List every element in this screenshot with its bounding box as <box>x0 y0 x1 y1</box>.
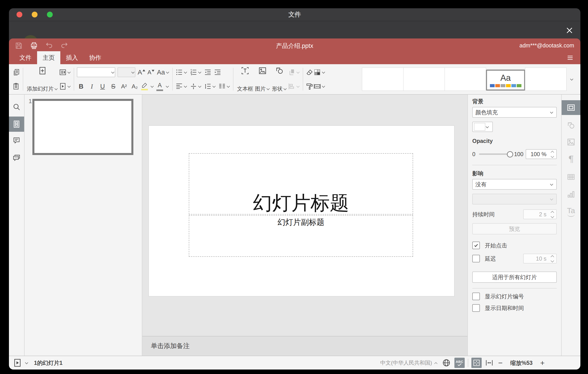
decrease-font-button[interactable]: A <box>147 69 154 76</box>
columns-button[interactable] <box>218 83 230 90</box>
insert-image-button[interactable]: 图片 <box>254 64 271 94</box>
theme-thumbnail[interactable] <box>525 67 567 91</box>
chevron-down-icon[interactable] <box>266 87 270 91</box>
chevron-down-icon[interactable] <box>322 70 326 74</box>
bullets-button[interactable] <box>175 68 188 76</box>
underline-button[interactable]: U <box>98 83 107 90</box>
numbering-button[interactable] <box>190 68 202 76</box>
search-button[interactable] <box>9 101 24 112</box>
theme-thumbnail-selected[interactable]: Aa <box>486 70 525 91</box>
tab-insert[interactable]: 插入 <box>60 51 84 64</box>
language-selector[interactable]: 中文(中华人民共和国) <box>380 359 438 366</box>
opacity-slider-handle[interactable] <box>507 151 513 157</box>
fill-color-swatch-button[interactable] <box>472 122 493 132</box>
copy-icon[interactable] <box>12 68 20 76</box>
clear-style-icon[interactable] <box>306 68 314 76</box>
title-placeholder[interactable]: 幻灯片标题 <box>189 153 413 215</box>
chevron-down-icon[interactable] <box>67 70 71 74</box>
theme-thumbnail[interactable] <box>362 67 403 91</box>
theme-thumbnail[interactable] <box>445 67 486 91</box>
tab-collaboration[interactable]: 协作 <box>84 51 107 64</box>
increase-indent-icon[interactable] <box>214 68 221 76</box>
chevron-down-icon[interactable] <box>198 84 202 88</box>
notes-area[interactable]: 单击添加备注 <box>142 336 467 356</box>
copy-style-icon[interactable] <box>306 83 314 90</box>
delay-checkbox[interactable] <box>472 255 480 262</box>
chevron-down-icon[interactable] <box>166 70 169 74</box>
chevron-down-icon[interactable] <box>183 84 188 88</box>
chevron-down-icon[interactable] <box>150 84 154 88</box>
tab-home[interactable]: 主页 <box>37 51 60 64</box>
subtitle-placeholder[interactable]: 幻灯片副标题 <box>189 215 413 257</box>
slide-size-button[interactable] <box>314 83 326 90</box>
change-case-button[interactable]: Aa <box>157 69 169 76</box>
start-slideshow-button[interactable] <box>59 83 71 90</box>
spin-up-icon[interactable] <box>551 151 554 154</box>
chevron-down-icon[interactable] <box>25 361 29 365</box>
document-language-icon[interactable] <box>442 358 451 367</box>
opacity-spinner[interactable]: 100 % <box>526 149 557 159</box>
image-settings-tab[interactable] <box>562 135 580 149</box>
menu-icon[interactable] <box>566 54 574 61</box>
chevron-down-icon[interactable] <box>296 70 300 74</box>
chart-settings-tab[interactable] <box>562 188 580 201</box>
text-box-button[interactable]: 文本框 <box>236 64 254 94</box>
shape-settings-tab[interactable] <box>562 119 580 132</box>
slide-settings-tab[interactable] <box>562 100 580 115</box>
zoom-level[interactable]: 缩放%53 <box>510 359 533 367</box>
apply-to-all-slides-button[interactable]: 适用于所有幻灯片 <box>472 272 557 283</box>
italic-button[interactable]: I <box>88 83 96 90</box>
slide-canvas[interactable]: 幻灯片标题 幻灯片副标题 <box>149 126 454 296</box>
bold-button[interactable]: B <box>77 83 85 90</box>
tab-file[interactable]: 文件 <box>14 51 37 64</box>
chevron-down-icon[interactable] <box>111 70 115 74</box>
font-name-combo[interactable] <box>77 67 115 77</box>
chevron-down-icon[interactable] <box>165 84 169 88</box>
add-slide-button[interactable]: 添加幻灯片 <box>26 64 59 94</box>
opacity-slider[interactable] <box>479 154 511 155</box>
decrease-indent-icon[interactable] <box>204 68 211 76</box>
chevron-down-icon[interactable] <box>283 87 287 91</box>
highlight-color-button[interactable] <box>141 82 148 90</box>
chevron-down-icon[interactable] <box>67 84 71 88</box>
paragraph-settings-tab[interactable]: ¶ <box>562 152 580 166</box>
strikethrough-button[interactable]: S <box>109 83 117 90</box>
comments-button[interactable] <box>9 135 24 146</box>
align-shapes-button[interactable] <box>288 83 300 90</box>
background-fill-select[interactable]: 颜色填充 <box>472 107 557 118</box>
slides-panel-button[interactable] <box>9 117 24 132</box>
vertical-align-button[interactable] <box>190 83 202 90</box>
show-date-time-checkbox[interactable] <box>472 304 480 312</box>
chevron-down-icon[interactable] <box>131 70 135 74</box>
start-slideshow-status-icon[interactable] <box>13 358 22 367</box>
spellcheck-button[interactable]: ABC <box>454 358 465 368</box>
chevron-down-icon[interactable] <box>198 70 202 74</box>
slide-layout-button[interactable] <box>59 68 71 76</box>
color-scheme-button[interactable] <box>314 68 326 76</box>
font-color-button[interactable]: A <box>156 82 163 91</box>
text-art-settings-tab[interactable]: Ta <box>562 205 580 218</box>
line-spacing-button[interactable] <box>204 83 216 90</box>
chevron-down-icon[interactable] <box>183 70 188 74</box>
table-settings-tab[interactable] <box>562 170 580 184</box>
show-slide-number-checkbox[interactable] <box>472 293 480 300</box>
start-on-click-checkbox[interactable] <box>472 242 480 249</box>
subscript-button[interactable]: A₂ <box>130 83 139 90</box>
horizontal-align-button[interactable] <box>175 83 188 90</box>
chevron-down-icon[interactable] <box>54 87 58 91</box>
close-traffic-icon[interactable] <box>17 12 22 17</box>
insert-shape-button[interactable]: 形状 <box>271 64 288 94</box>
theme-gallery-expand[interactable] <box>567 68 577 91</box>
arrange-button[interactable] <box>288 68 300 76</box>
fit-to-slide-button[interactable] <box>471 358 482 368</box>
chevron-down-icon[interactable] <box>296 84 300 88</box>
effect-select[interactable]: 没有 <box>472 179 557 190</box>
zoom-out-button[interactable]: − <box>496 359 504 367</box>
increase-font-button[interactable]: A <box>138 68 145 76</box>
maximize-traffic-icon[interactable] <box>47 12 53 17</box>
fit-to-width-icon[interactable] <box>485 359 493 367</box>
chevron-down-icon[interactable] <box>322 84 326 88</box>
chevron-down-icon[interactable] <box>212 84 216 88</box>
slide-thumbnail-selected[interactable] <box>32 99 133 155</box>
zoom-in-button[interactable]: + <box>538 359 546 367</box>
